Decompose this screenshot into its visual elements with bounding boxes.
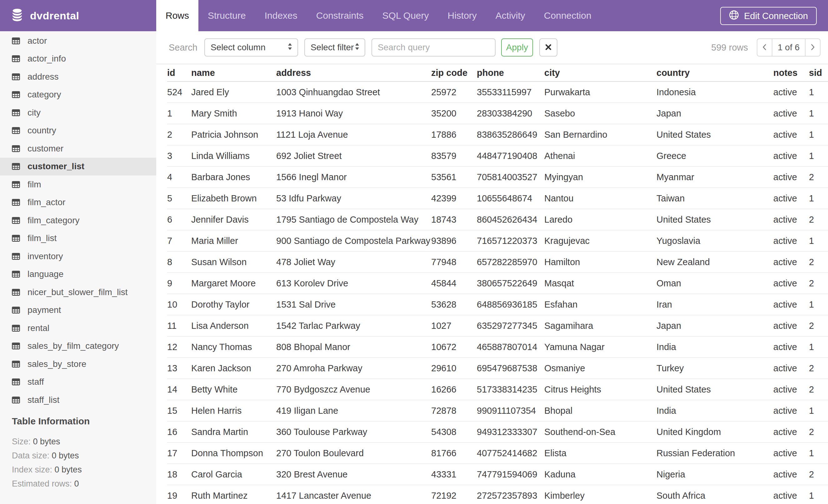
table-row[interactable]: 15Helen Harris419 Iligan Lane72878990911… [167, 400, 828, 421]
table-row[interactable]: 18Carol Garcia320 Brest Avenue4333174779… [167, 464, 828, 485]
table-row[interactable]: 4Barbara Jones1566 Inegl Manor5356170581… [167, 167, 828, 188]
cell-city: Osmaniye [544, 363, 657, 373]
sidebar-item-label: category [28, 90, 61, 100]
sidebar-item-customer_list[interactable]: customer_list [0, 158, 156, 176]
cell-name: Jared Ely [191, 87, 276, 97]
sidebar-item-city[interactable]: city [0, 104, 156, 122]
sidebar-item-label: payment [28, 305, 61, 315]
table-row[interactable]: 9Margaret Moore613 Korolev Drive45844380… [167, 273, 828, 294]
cell-zip: 45844 [431, 278, 477, 288]
sidebar-item-inventory[interactable]: inventory [0, 247, 156, 265]
cell-country: Nigeria [657, 469, 773, 479]
sidebar-item-staff[interactable]: staff [0, 373, 156, 391]
sidebar-item-actor_info[interactable]: actor_info [0, 50, 156, 68]
table-grid-icon [12, 199, 20, 206]
apply-button[interactable]: Apply [501, 38, 533, 56]
table-row[interactable]: 524Jared Ely1003 Qinhuangdao Street25972… [167, 82, 828, 103]
cell-sid: 2 [809, 384, 828, 395]
tab-constraints[interactable]: Constraints [307, 0, 373, 31]
sidebar-item-customer[interactable]: customer [0, 140, 156, 158]
cell-phone: 695479687538 [477, 363, 544, 373]
table-row[interactable]: 8Susan Wilson478 Joliet Way7794865728228… [167, 252, 828, 273]
cell-zip: 81766 [431, 448, 477, 458]
table-row[interactable]: 3Linda Williams692 Joliet Street83579448… [167, 145, 828, 167]
tab-connection[interactable]: Connection [535, 0, 601, 31]
table-row[interactable]: 19Ruth Martinez1417 Lancaster Avenue7219… [167, 485, 828, 504]
sidebar-item-country[interactable]: country [0, 122, 156, 140]
cell-notes: active [773, 130, 809, 140]
column-header-phone[interactable]: phone [477, 68, 544, 78]
table-row[interactable]: 2Patricia Johnson1121 Loja Avenue1788683… [167, 124, 828, 145]
sidebar-item-actor[interactable]: actor [0, 32, 156, 50]
cell-id: 14 [167, 384, 191, 395]
cell-notes: active [773, 406, 809, 416]
sidebar-item-payment[interactable]: payment [0, 301, 156, 319]
table-row[interactable]: 10Dorothy Taylor1531 Sal Drive5362864885… [167, 294, 828, 315]
sidebar-item-address[interactable]: address [0, 68, 156, 86]
clear-search-button[interactable] [539, 38, 557, 56]
tab-indexes[interactable]: Indexes [255, 0, 307, 31]
table-row[interactable]: 14Betty White770 Bydgoszcz Avenue1626651… [167, 379, 828, 400]
sidebar-item-film_category[interactable]: film_category [0, 212, 156, 230]
table-grid-icon [12, 253, 20, 260]
tab-rows[interactable]: Rows [156, 0, 198, 31]
sidebar-item-label: film_actor [28, 197, 65, 208]
column-header-address[interactable]: address [276, 68, 431, 78]
cell-sid: 1 [809, 108, 828, 119]
column-header-country[interactable]: country [657, 68, 773, 78]
tab-activity[interactable]: Activity [486, 0, 535, 31]
cell-country: United Kingdom [657, 427, 773, 437]
cell-country: New Zealand [657, 257, 773, 267]
cell-notes: active [773, 278, 809, 288]
column-header-city[interactable]: city [544, 68, 657, 78]
column-header-notes[interactable]: notes [773, 68, 809, 78]
cell-notes: active [773, 427, 809, 437]
cell-city: Sasebo [544, 108, 657, 119]
prev-page-button[interactable] [757, 38, 772, 56]
table-row[interactable]: 11Lisa Anderson1542 Tarlac Parkway102763… [167, 315, 828, 337]
column-header-id[interactable]: id [167, 68, 191, 78]
sidebar-item-film_actor[interactable]: film_actor [0, 194, 156, 212]
next-page-button[interactable] [805, 38, 821, 56]
sidebar-item-category[interactable]: category [0, 86, 156, 104]
table-row[interactable]: 17Donna Thompson270 Toulon Boulevard8176… [167, 443, 828, 464]
filter-select[interactable]: Select filter [304, 38, 365, 56]
sidebar-item-film_list[interactable]: film_list [0, 230, 156, 247]
select-arrows-icon [287, 42, 292, 52]
tab-structure[interactable]: Structure [198, 0, 255, 31]
sidebar-item-language[interactable]: language [0, 265, 156, 283]
table-information-line: Index size: 0 bytes [12, 463, 156, 477]
sidebar-item-sales_by_film_category[interactable]: sales_by_film_category [0, 337, 156, 355]
sidebar-item-film[interactable]: film [0, 176, 156, 194]
page-indicator: 1 of 6 [772, 38, 805, 56]
sidebar-item-rental[interactable]: rental [0, 319, 156, 337]
cell-country: United States [657, 215, 773, 225]
edit-connection-button[interactable]: Edit Connection [720, 7, 817, 25]
column-header-zip[interactable]: zip code [431, 68, 477, 78]
tab-sql-query[interactable]: SQL Query [373, 0, 439, 31]
tab-history[interactable]: History [439, 0, 486, 31]
column-header-sid[interactable]: sid [809, 68, 828, 78]
table-row[interactable]: 5Elizabeth Brown53 Idfu Parkway423991065… [167, 188, 828, 209]
search-query-input[interactable] [372, 38, 496, 56]
cell-id: 9 [167, 278, 191, 288]
cell-address: 900 Santiago de Compostela Parkway [276, 236, 431, 246]
sidebar-item-sales_by_store[interactable]: sales_by_store [0, 355, 156, 373]
table-row[interactable]: 1Mary Smith1913 Hanoi Way352002830338429… [167, 103, 828, 124]
cell-phone: 860452626434 [477, 215, 544, 225]
sidebar-item-nicer_but_slower_film_list[interactable]: nicer_but_slower_film_list [0, 283, 156, 301]
cell-id: 16 [167, 427, 191, 437]
table-row[interactable]: 12Nancy Thomas808 Bhopal Manor1067246588… [167, 337, 828, 358]
table-row[interactable]: 13Karen Jackson270 Amroha Parkway2961069… [167, 358, 828, 379]
cell-notes: active [773, 193, 809, 203]
table-row[interactable]: 16Sandra Martin360 Toulouse Parkway54308… [167, 421, 828, 443]
cell-zip: 16266 [431, 384, 477, 395]
table-information-line: Data size: 0 bytes [12, 449, 156, 463]
cell-address: 53 Idfu Parkway [276, 193, 431, 203]
sidebar-item-staff_list[interactable]: staff_list [0, 391, 156, 409]
table-row[interactable]: 6Jennifer Davis1795 Santiago de Composte… [167, 209, 828, 230]
cell-id: 7 [167, 236, 191, 246]
table-row[interactable]: 7Maria Miller900 Santiago de Compostela … [167, 230, 828, 252]
column-select[interactable]: Select column [204, 38, 298, 56]
column-header-name[interactable]: name [191, 68, 276, 78]
